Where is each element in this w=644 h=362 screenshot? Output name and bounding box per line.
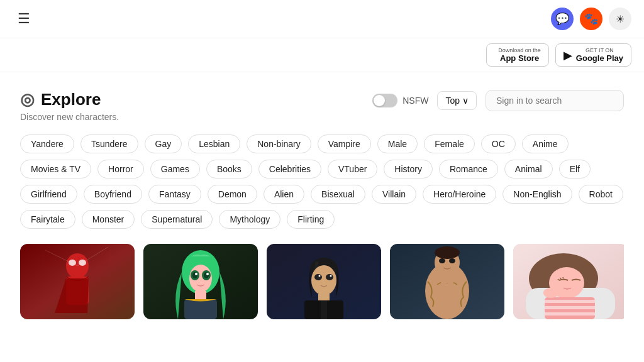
explore-header: ◎ Explore Discover new characters. NSFW …: [20, 90, 624, 122]
tag-pill[interactable]: Male: [377, 134, 418, 153]
cards-grid: [20, 244, 624, 319]
svg-point-44: [543, 288, 558, 298]
tag-pill[interactable]: OC: [481, 134, 516, 153]
toggle-thumb: [374, 95, 385, 106]
explore-icon: ◎: [20, 90, 35, 109]
tags-section: YandereTsundereGayLesbianNon-binaryVampi…: [20, 134, 624, 229]
discord-icon: 💬: [555, 12, 569, 26]
explore-title-wrap: ◎ Explore Discover new characters.: [20, 90, 119, 122]
nsfw-label: NSFW: [402, 96, 428, 106]
googleplay-label: GET IT ON Google Play: [576, 47, 623, 63]
top-bar: ☰ 💬 🐾 ☀: [0, 0, 644, 38]
character-card[interactable]: [143, 244, 258, 319]
tag-pill[interactable]: Anime: [522, 134, 569, 153]
googleplay-button[interactable]: ▶ GET IT ON Google Play: [555, 43, 631, 67]
character-card[interactable]: [267, 244, 381, 319]
svg-rect-42: [545, 306, 595, 309]
tag-pill[interactable]: Movies & TV: [20, 160, 91, 178]
svg-point-33: [439, 258, 445, 263]
discord-button[interactable]: 💬: [551, 8, 574, 30]
svg-point-25: [330, 275, 332, 277]
tag-pill[interactable]: Gay: [145, 134, 182, 153]
character-card[interactable]: [390, 244, 504, 319]
tag-pill[interactable]: Villain: [372, 185, 416, 204]
svg-point-16: [206, 273, 209, 275]
svg-rect-28: [321, 300, 327, 319]
store-bar: Download on the App Store ▶ GET IT ON Go…: [0, 38, 644, 72]
tag-pill[interactable]: Games: [150, 160, 200, 178]
tag-pill[interactable]: Non-English: [502, 185, 572, 204]
tag-pill[interactable]: Yandere: [20, 134, 74, 153]
tag-pill[interactable]: Lesbian: [188, 134, 240, 153]
svg-rect-17: [195, 291, 206, 300]
svg-rect-18: [184, 299, 217, 319]
explore-subtitle: Discover new characters.: [20, 112, 119, 122]
tag-pill[interactable]: VTuber: [328, 160, 377, 178]
tag-pill[interactable]: Non-binary: [247, 134, 311, 153]
tag-pill[interactable]: Bisexual: [311, 185, 365, 204]
tag-pill[interactable]: Robot: [579, 185, 623, 204]
tag-pill[interactable]: Elf: [559, 160, 591, 178]
svg-point-34: [449, 258, 455, 263]
nsfw-control: NSFW: [372, 94, 428, 107]
svg-point-23: [326, 274, 333, 280]
tag-pill[interactable]: Boyfriend: [84, 185, 142, 204]
tag-pill[interactable]: Supernatural: [141, 210, 213, 229]
svg-point-24: [319, 275, 321, 277]
svg-point-6: [69, 260, 76, 266]
tag-pill[interactable]: Mythology: [219, 210, 280, 229]
svg-point-32: [435, 246, 460, 259]
chevron-down-icon: ∨: [462, 96, 469, 106]
main-content: ◎ Explore Discover new characters. NSFW …: [0, 72, 644, 332]
tag-pill[interactable]: Celebrities: [258, 160, 321, 178]
character-card[interactable]: [513, 244, 624, 319]
reddit-button[interactable]: 🐾: [580, 8, 602, 30]
character-card[interactable]: [20, 244, 135, 319]
explore-controls: NSFW Top ∨: [372, 90, 624, 111]
svg-point-7: [79, 260, 86, 266]
explore-title: ◎ Explore: [20, 90, 119, 109]
tag-pill[interactable]: Flirting: [287, 210, 335, 229]
explore-title-text: Explore: [41, 90, 101, 109]
hamburger-button[interactable]: ☰: [13, 8, 35, 30]
tag-pill[interactable]: Hero/Heroine: [423, 185, 496, 204]
tag-pill[interactable]: Fantasy: [148, 185, 201, 204]
tag-pill[interactable]: Tsundere: [80, 134, 138, 153]
play-icon: ▶: [564, 48, 572, 62]
tag-pill[interactable]: Books: [206, 160, 252, 178]
tag-pill[interactable]: Fairytale: [20, 210, 75, 229]
svg-point-21: [311, 265, 336, 295]
tag-pill[interactable]: Monster: [82, 210, 135, 229]
nsfw-toggle[interactable]: [372, 94, 397, 107]
tag-pill[interactable]: History: [384, 160, 433, 178]
svg-rect-43: [545, 312, 595, 315]
tag-pill[interactable]: Alien: [264, 185, 304, 204]
nav-left: ☰: [13, 8, 35, 30]
search-input[interactable]: [486, 90, 624, 111]
tag-pill[interactable]: Vampire: [318, 134, 371, 153]
sort-label: Top: [445, 96, 460, 106]
tag-pill[interactable]: Romance: [439, 160, 498, 178]
menu-icon: ☰: [18, 11, 30, 27]
tag-pill[interactable]: Animal: [504, 160, 553, 178]
sun-icon: ☀: [616, 13, 625, 25]
appstore-button[interactable]: Download on the App Store: [486, 43, 549, 67]
tag-pill[interactable]: Horror: [97, 160, 144, 178]
tag-pill[interactable]: Girlfriend: [20, 185, 77, 204]
svg-point-15: [195, 273, 197, 275]
svg-rect-35: [441, 275, 453, 283]
appstore-label: Download on the App Store: [498, 47, 541, 63]
reddit-icon: 🐾: [584, 12, 598, 26]
svg-point-22: [314, 274, 322, 280]
tag-pill[interactable]: Female: [424, 134, 475, 153]
tag-pill[interactable]: Demon: [208, 185, 257, 204]
svg-rect-41: [545, 300, 595, 303]
sort-dropdown[interactable]: Top ∨: [437, 91, 477, 110]
theme-toggle-button[interactable]: ☀: [609, 8, 631, 30]
